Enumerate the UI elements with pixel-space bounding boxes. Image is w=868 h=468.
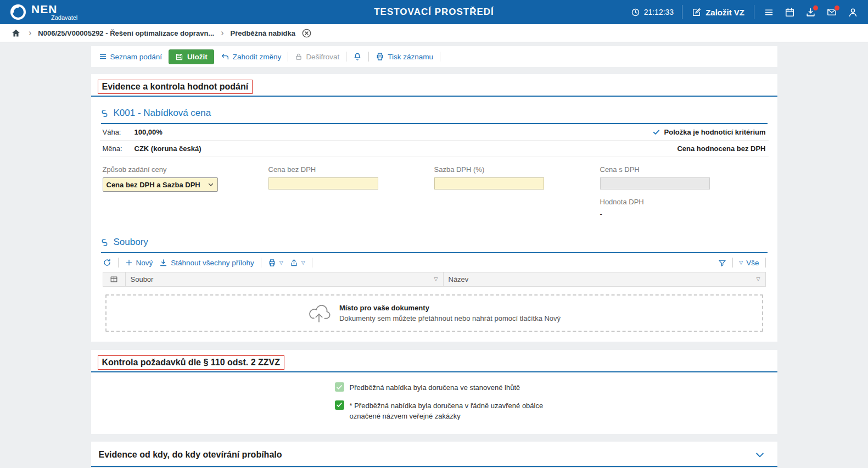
currency-label: Měna: [103,144,135,153]
close-tab-button[interactable] [301,28,312,38]
file-dropzone[interactable]: Místo pro vaše dokumenty Dokumenty sem m… [105,294,763,332]
weight-value: 100,00% [135,128,163,136]
downloads-button[interactable] [804,6,817,19]
caret-down-icon: ▽ [279,260,283,265]
cloud-upload-icon [307,304,331,322]
section-rule [91,96,777,97]
breadcrumb-current[interactable]: Předběžná nabídka [230,29,295,37]
separator [440,52,440,62]
refresh-button[interactable] [103,258,111,267]
column-header-name[interactable]: Název ▽ [444,272,765,286]
price-method-label: Způsob zadání ceny [103,165,268,174]
filter-button[interactable] [718,259,726,267]
price-net-input[interactable] [268,177,378,190]
evidence-panel: Evidence a kontrola hodnot podání K001 -… [91,74,777,342]
user-button[interactable] [847,6,859,19]
notification-badge [834,5,840,11]
weight-row: Váha: 100,00% Položka je hodnotící krité… [100,124,769,141]
notification-badge [813,5,819,11]
printer-icon [376,52,384,61]
separator [682,5,682,19]
valuation-note: Cena hodnocena bez DPH [677,144,765,153]
plus-icon [125,259,133,266]
download-all-button[interactable]: Stáhnout všechny přílohy [159,259,254,267]
caret-down-icon[interactable]: ▽ [757,277,760,282]
chevron-down-icon [208,181,214,188]
check-envelope-row: * Předběžná nabídka byla doručena v řádn… [335,400,777,422]
discard-changes-link[interactable]: Zahodit změny [221,52,282,61]
price-gross-label: Cena s DPH [600,165,766,174]
check-icon [336,402,343,408]
column-header-file[interactable]: Soubor ▽ [126,272,444,286]
criterion-flag: Položka je hodnotící kritérium [652,128,766,136]
clock: 21:12:33 [631,8,674,17]
section-rule [91,466,777,467]
currency-value: CZK (koruna česká) [135,144,201,153]
section-title-evidence: Evidence a kontrola hodnot podání [98,80,253,94]
new-file-button[interactable]: Nový [125,259,153,267]
record-toolbar: Seznam podání Uložit Zahodit změny Dešif… [91,46,777,67]
chevron-right-icon: › [221,29,223,37]
files-heading: Soubory [100,237,769,248]
separator [288,52,288,62]
caret-down-icon: ▽ [739,260,743,265]
print-record-link[interactable]: Tisk záznamu [376,52,433,61]
price-gross-input [600,177,710,190]
list-submissions-link[interactable]: Seznam podání [99,53,163,61]
weight-label: Váha: [103,128,135,136]
price-entry-method-select[interactable]: Cena bez DPH a Sazba DPH [103,177,218,192]
section-title-opening: Evidence od kdy, do kdy otevírání probíh… [99,450,282,460]
expand-section-button[interactable] [750,448,770,461]
menu-icon [764,8,774,17]
notifications-button[interactable] [353,52,362,62]
printer-icon [268,259,276,267]
lock-icon [295,53,303,61]
export-files-button[interactable]: ▽ [290,259,305,267]
menu-button[interactable] [763,7,775,18]
home-button[interactable] [10,27,22,39]
create-vz-button[interactable]: Založit VZ [691,7,746,18]
checkbox-envelope[interactable] [335,400,344,410]
list-icon [99,53,107,60]
vat-rate-input[interactable] [434,177,544,190]
requirements-panel: Kontrola požadavků dle § 110 odst. 2 ZZV… [91,350,777,434]
filter-icon [718,259,726,267]
refresh-icon [103,258,111,267]
save-button[interactable]: Uložit [169,49,214,64]
currency-row: Měna: CZK (koruna česká) Cena hodnocena … [100,141,769,157]
separator [118,258,119,268]
bell-icon [353,52,362,62]
files-table-header: Soubor ▽ Název ▽ [103,272,766,287]
edit-icon [692,8,701,17]
clock-time: 21:12:33 [644,8,674,16]
vat-amount-value: - [600,210,766,218]
brand-name: NEN [31,4,77,14]
clock-icon [631,8,640,17]
breadcrumb-contract[interactable]: N006/25/V00005292 - Řešení optimalizace … [38,29,214,37]
caret-down-icon[interactable]: ▽ [434,277,438,282]
k001-heading: K001 - Nabídková cena [100,108,769,119]
separator [368,52,369,62]
calendar-icon [785,7,795,18]
dropzone-title: Místo pro vaše dokumenty [339,304,561,312]
view-all-button[interactable]: ▽ Vše [739,259,759,267]
undo-icon [221,52,229,61]
section-icon [100,109,109,118]
price-net-label: Cena bez DPH [268,165,434,174]
topbar: NEN Zadavatel TESTOVACÍ PROSTŘEDÍ 21:12:… [0,0,868,24]
close-icon [301,28,312,38]
separator [261,258,261,268]
check-deadline-label: Předběžná nabídka byla doručena ve stano… [350,382,520,393]
column-settings-button[interactable] [103,272,126,286]
environment-title: TESTOVACÍ PROSTŘEDÍ [374,7,494,18]
messages-button[interactable] [825,6,838,18]
print-files-button[interactable]: ▽ [268,259,283,267]
vat-amount-label: Hodnota DPH [600,198,766,206]
separator [346,52,346,62]
checkbox-deadline [335,382,344,392]
check-deadline-row: Předběžná nabídka byla doručena ve stano… [335,382,777,393]
check-icon [652,128,660,136]
calendar-button[interactable] [783,6,796,19]
separator [732,258,733,268]
nen-logo[interactable]: NEN Zadavatel [0,4,77,21]
